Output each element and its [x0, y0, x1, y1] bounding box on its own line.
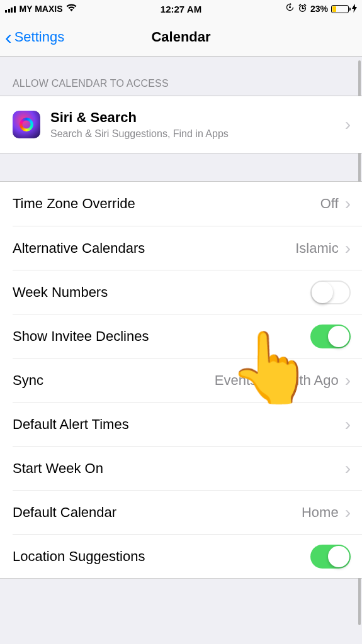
siri-subtitle: Search & Siri Suggestions, Find in Apps — [50, 128, 345, 140]
page-title: Calendar — [151, 29, 210, 45]
carrier-label: MY MAXIS — [20, 4, 63, 14]
week-numbers-cell: Week Numbers — [13, 270, 362, 314]
time-zone-override-cell[interactable]: Time Zone Override Off › — [0, 182, 362, 226]
location-suggestions-cell: Location Suggestions — [13, 534, 362, 578]
chevron-right-icon: › — [345, 416, 351, 433]
location-suggestions-toggle[interactable] — [310, 545, 351, 569]
back-button[interactable]: ‹ Settings — [5, 27, 64, 47]
chevron-right-icon: › — [345, 460, 351, 477]
sync-cell[interactable]: Sync Events 1 Month Ago › — [13, 358, 362, 402]
status-time: 12:27 AM — [161, 4, 201, 14]
show-invitee-toggle[interactable] — [310, 325, 351, 348]
chevron-right-icon: › — [345, 116, 351, 133]
cell-label: Week Numbers — [13, 284, 108, 301]
default-alert-times-cell[interactable]: Default Alert Times › — [13, 402, 362, 446]
cell-value: Islamic — [295, 240, 338, 257]
wifi-icon — [66, 4, 77, 14]
cell-label: Start Week On — [13, 460, 103, 477]
cell-label: Time Zone Override — [13, 196, 135, 212]
alarm-icon — [298, 3, 307, 14]
cell-label: Show Invitee Declines — [13, 328, 149, 345]
cell-value: Events 1 Month Ago — [215, 372, 339, 389]
alternative-calendars-cell[interactable]: Alternative Calendars Islamic › — [13, 226, 362, 270]
back-label: Settings — [14, 29, 65, 45]
nav-bar: ‹ Settings Calendar — [0, 18, 362, 57]
week-numbers-toggle[interactable] — [310, 280, 351, 304]
start-week-on-cell[interactable]: Start Week On › — [13, 446, 362, 490]
status-bar: MY MAXIS 12:27 AM 23% — [0, 0, 362, 18]
scroll-area[interactable]: ALLOW CALENDAR TO ACCESS Siri & Search S… — [0, 57, 362, 644]
siri-icon — [13, 111, 40, 138]
cell-value: Off — [320, 196, 339, 212]
signal-bars-icon — [5, 5, 16, 13]
chevron-right-icon: › — [345, 504, 351, 521]
cell-label: Default Calendar — [13, 504, 116, 521]
chevron-left-icon: ‹ — [5, 27, 12, 47]
cell-label: Default Alert Times — [13, 416, 129, 433]
charging-icon — [352, 4, 357, 14]
cell-label: Location Suggestions — [13, 548, 145, 565]
cell-label: Sync — [13, 372, 43, 389]
svg-rect-0 — [289, 7, 291, 8]
chevron-right-icon: › — [345, 372, 351, 389]
siri-search-cell[interactable]: Siri & Search Search & Siri Suggestions,… — [0, 96, 362, 153]
siri-title: Siri & Search — [50, 109, 345, 126]
chevron-right-icon: › — [345, 240, 351, 257]
rotation-lock-icon — [285, 3, 295, 14]
show-invitee-declines-cell: Show Invitee Declines — [13, 314, 362, 358]
chevron-right-icon: › — [345, 195, 351, 213]
cell-value: Home — [302, 504, 339, 521]
battery-pct: 23% — [310, 4, 328, 14]
cell-label: Alternative Calendars — [13, 240, 145, 257]
default-calendar-cell[interactable]: Default Calendar Home › — [13, 490, 362, 534]
section-header-access: ALLOW CALENDAR TO ACCESS — [0, 57, 362, 96]
battery-icon — [331, 5, 349, 13]
